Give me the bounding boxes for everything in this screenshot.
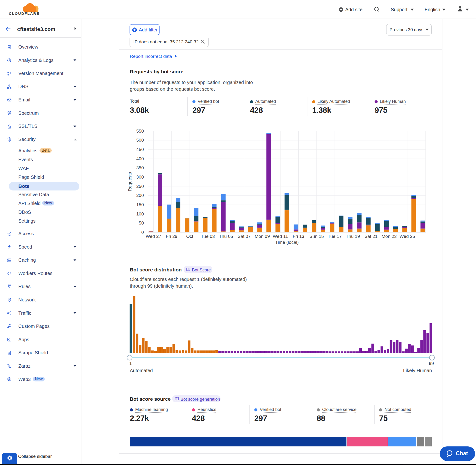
svg-text:Tue 17: Tue 17 <box>328 234 342 239</box>
svg-text:Thu 05: Thu 05 <box>219 234 233 239</box>
svg-text:Mon 23: Mon 23 <box>382 234 397 239</box>
svg-text:Mon 09: Mon 09 <box>255 234 270 239</box>
svg-text:150: 150 <box>136 202 144 207</box>
svg-text:Sat 07: Sat 07 <box>238 234 251 239</box>
svg-text:400: 400 <box>136 156 144 161</box>
svg-text:250: 250 <box>136 184 144 189</box>
svg-text:Oct: Oct <box>186 234 193 239</box>
svg-text:100: 100 <box>136 211 144 216</box>
svg-text:Requests: Requests <box>127 172 132 191</box>
svg-text:Wed 27: Wed 27 <box>146 234 161 239</box>
svg-text:50: 50 <box>139 221 144 225</box>
svg-text:350: 350 <box>136 165 144 170</box>
svg-text:200: 200 <box>136 193 144 198</box>
svg-text:Sun 15: Sun 15 <box>309 234 324 239</box>
svg-text:300: 300 <box>136 175 144 180</box>
svg-text:0: 0 <box>141 230 144 235</box>
svg-text:Thu 19: Thu 19 <box>346 234 360 239</box>
svg-text:Fri 13: Fri 13 <box>293 234 304 239</box>
svg-text:Wed 11: Wed 11 <box>273 234 288 239</box>
svg-text:Sat 21: Sat 21 <box>365 234 378 239</box>
svg-text:450: 450 <box>136 147 144 152</box>
svg-text:550: 550 <box>136 128 144 134</box>
svg-text:500: 500 <box>136 137 144 143</box>
svg-text:Fri 29: Fri 29 <box>166 234 177 239</box>
svg-text:Time (local): Time (local) <box>275 240 299 245</box>
svg-text:Tue 03: Tue 03 <box>201 234 215 239</box>
svg-text:Wed 25: Wed 25 <box>400 234 415 239</box>
